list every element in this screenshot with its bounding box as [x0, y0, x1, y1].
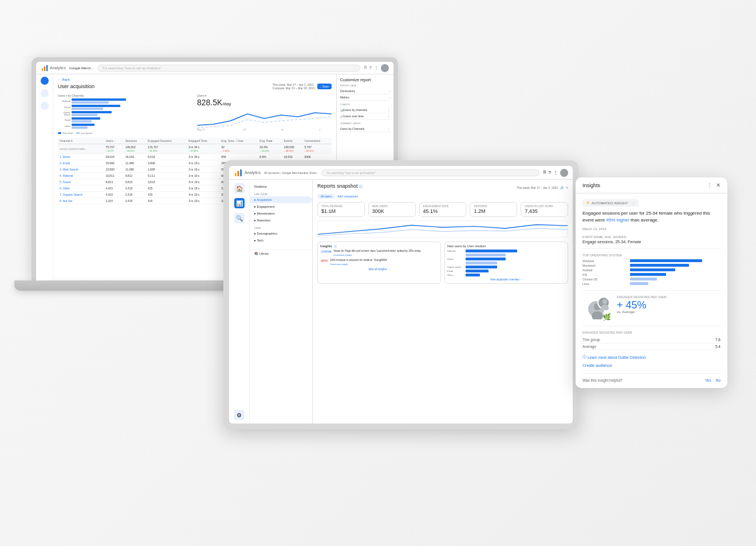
edit-icon[interactable]: ✎ — [566, 186, 568, 189]
summary1-item[interactable]: Users by Channels ⋮ — [340, 126, 390, 132]
nav-monetization[interactable]: ▸ Monetization — [250, 210, 312, 217]
legend-color-2 — [76, 132, 80, 134]
bar-primary — [72, 124, 94, 126]
sidebar-reports-icon[interactable]: 📊 — [234, 198, 245, 208]
back-link[interactable]: ← Back — [58, 78, 332, 81]
tablet-brand: Analytics — [234, 168, 261, 177]
yes-button[interactable]: Yes — [705, 378, 711, 382]
sidebar-explore-icon[interactable]: 🔍 — [234, 213, 245, 223]
sidebar-explore[interactable] — [41, 102, 49, 110]
summary-label: SUMMARY CARDS — [340, 122, 390, 125]
date-range: This week: Mar 27 – Apr 2, 2021 Compare:… — [273, 83, 315, 90]
help-icon[interactable]: ? — [369, 65, 372, 70]
col-eps: Eng. Sess. / User — [219, 138, 258, 144]
apps-icon[interactable]: ⠿ — [364, 65, 367, 70]
metrics-item[interactable]: Metrics › — [340, 94, 390, 101]
tablet-avatar[interactable] — [560, 169, 568, 177]
metric-label: ENGAGEMENT RATE — [423, 205, 463, 208]
nav-realtime[interactable]: Realtime — [250, 183, 312, 190]
info-icon[interactable]: ⓘ — [359, 185, 363, 188]
insights-panel-header: Insights ⋮ ✕ — [576, 177, 727, 193]
os-label: Android — [582, 268, 628, 272]
search-placeholder: Try searching "how to set up Analytics" — [103, 66, 162, 70]
panel-title: Customize report — [340, 78, 390, 82]
bar-label: Direct — [58, 106, 70, 109]
os-bar — [630, 268, 675, 271]
share-icon[interactable]: 🔗 — [560, 186, 564, 189]
bar-label: Organic Search — [58, 112, 70, 116]
bar-secondary — [72, 101, 109, 104]
chart1-item[interactable]: 📊 Users by channels ⋮ — [340, 107, 390, 113]
bar-fill-primary — [466, 258, 506, 260]
insight-main-text: Engaged sessions per user for 25-34 fema… — [582, 210, 720, 224]
engaged-vs: vs. Average — [617, 310, 720, 314]
row-channel: 3. Web Search — [58, 167, 104, 173]
nav-retention[interactable]: ▸ Retention — [250, 217, 312, 224]
tablet-icon-sidebar: 🏠 📊 🔍 ⚙ — [229, 180, 250, 424]
view-acquisition-link[interactable]: View acquisition overview → — [447, 278, 565, 281]
bar-secondary — [72, 126, 88, 129]
event-label: EVENT NAME, AGE, GENDER — [582, 235, 720, 239]
tablet-line-chart — [317, 220, 568, 238]
bar-label: Organic search — [447, 266, 464, 268]
view-insights-link[interactable]: View all insights → — [320, 268, 438, 271]
tablet-search[interactable]: Try searching "how to set up Analytics" — [321, 169, 540, 176]
tablet-brand-label: Analytics — [245, 171, 261, 175]
svg-point-12 — [603, 299, 607, 304]
more-icon[interactable]: ⋮ — [374, 65, 379, 70]
save-button[interactable]: ↓ Save — [317, 84, 332, 89]
sidebar-home-icon[interactable]: 🏠 — [234, 183, 245, 193]
learn-link[interactable]: ⓘ Learn more about Outlier Detection — [582, 355, 720, 360]
search-bar[interactable]: Try searching "how to set up Analytics" — [97, 65, 360, 72]
sidebar-home[interactable] — [41, 77, 49, 85]
col-channel: Channel ▾ — [58, 138, 104, 144]
filter-all-users[interactable]: All users — [317, 194, 335, 199]
total-engaged: 115,707↑ 14.23% — [146, 144, 187, 154]
tablet-help-icon[interactable]: ? — [549, 170, 551, 175]
tablet-topbar: Analytics All accounts › Google Merchand… — [229, 166, 573, 180]
metric-revenue: TOTAL REVENUE $1.1M — [317, 202, 365, 217]
bar-group — [72, 117, 100, 122]
dimensions-item[interactable]: Dimensions › — [340, 88, 390, 94]
this-group-label: This group — [582, 338, 600, 342]
create-audience-link[interactable]: Create audience — [582, 363, 720, 367]
legend-label: This week — [62, 132, 73, 134]
col-sessions: Sessions — [124, 138, 146, 144]
insights-info-icon[interactable]: ⓘ — [334, 244, 337, 248]
nav-library[interactable]: 📚 Library — [250, 250, 312, 257]
nav-engagement[interactable]: ▸ Engagement — [250, 203, 312, 210]
badge-more-icon[interactable]: ⋮ — [632, 201, 635, 205]
engaged-stats: ENGAGED SESSIONS PER USER + 45% vs. Aver… — [617, 295, 720, 314]
avatar[interactable] — [381, 64, 389, 72]
divider-2 — [582, 290, 720, 291]
col-conversions: Conversions — [302, 138, 332, 144]
chart2-item[interactable]: 📈 Users over time ⋮ — [340, 113, 390, 120]
nav-tech[interactable]: ▸ Tech — [250, 237, 312, 244]
leaf-icon: 🌿 — [603, 313, 611, 321]
bar-label: Direct — [447, 258, 464, 260]
nav-demographics[interactable]: ▸ Demographics — [250, 230, 312, 237]
no-button[interactable]: No — [716, 378, 720, 382]
nav-acquisition[interactable]: ▸ Acquisition — [250, 196, 312, 203]
three-dot-icon[interactable]: ⋮ — [707, 182, 712, 188]
table-row: 1. Direct 29,01619,0166,0163 m 39 s6596.… — [58, 154, 332, 160]
sidebar-settings-icon[interactable]: ⚙ — [234, 410, 245, 420]
nav-user-header: User — [250, 224, 312, 230]
add-comparison-btn[interactable]: Add comparison — [337, 195, 358, 198]
big-number: 828.5K/day — [197, 98, 332, 107]
tablet-apps-icon[interactable]: ⠿ — [543, 170, 546, 175]
sidebar-reports[interactable] — [41, 89, 49, 97]
line-chart-svg: May 27 29 31 1 — [197, 108, 332, 131]
insights-panel-body: ✦ AUTOMATED INSIGHT ⋮ Engaged sessions p… — [576, 193, 727, 388]
bar-other: Other — [447, 274, 565, 276]
svg-rect-1 — [44, 66, 45, 71]
this-group-value: 7.8 — [715, 338, 720, 342]
tablet-device: Analytics All accounts › Google Merchand… — [223, 160, 578, 429]
bar-chart-container: Users • by Channels Referral — [58, 94, 192, 134]
bar-secondary — [72, 120, 92, 122]
close-button[interactable]: ✕ — [716, 182, 720, 188]
tablet-main-content: Reports snapshot ⓘ This week: Mar 27 – A… — [313, 180, 573, 424]
brand-label: Analytics — [50, 66, 66, 70]
average-label: Average — [582, 345, 596, 349]
tablet-more-icon[interactable]: ⋮ — [553, 170, 558, 175]
